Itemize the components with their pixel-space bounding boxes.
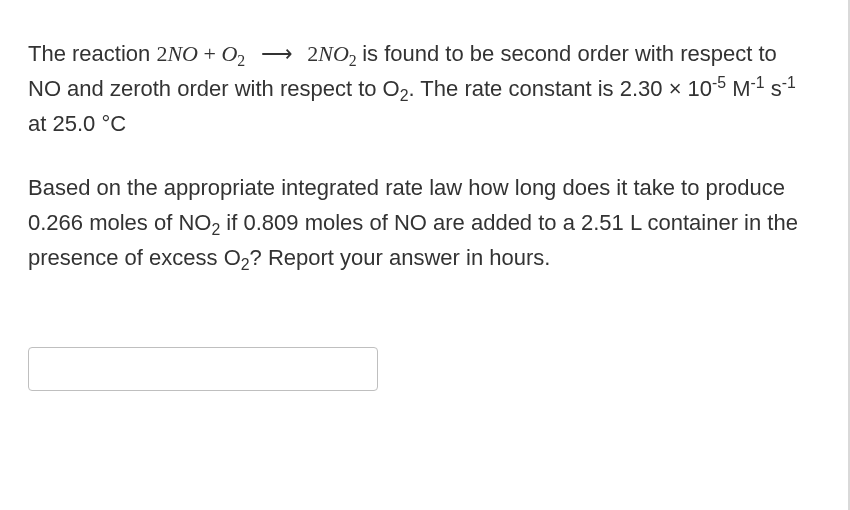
coef-2-rhs: 2 [307, 41, 318, 66]
question-card: The reaction 2NO + O2 ⟶ 2NO2 is found to… [0, 0, 850, 510]
species-O: O [221, 41, 237, 66]
plus-sign: + [198, 41, 221, 66]
reaction-equation: 2NO + O2 ⟶ 2NO2 [156, 41, 362, 66]
superscript-s-neg1: -1 [782, 74, 796, 91]
superscript-M-neg1: -1 [751, 74, 765, 91]
unit-s: s [765, 76, 782, 101]
subscript-2-no2-q: 2 [211, 221, 220, 238]
paragraph-reaction: The reaction 2NO + O2 ⟶ 2NO2 is found to… [28, 36, 810, 142]
text-lead: The reaction [28, 41, 156, 66]
text-after-o2: . The rate constant is 2.30 × 10 [409, 76, 713, 101]
text-temp: at 25.0 °C [28, 111, 126, 136]
reaction-arrow-icon: ⟶ [251, 36, 302, 71]
subscript-2-o2-lhs: 2 [237, 52, 245, 69]
species-NO-lhs: NO [167, 41, 198, 66]
unit-M: M [726, 76, 750, 101]
subscript-2-o2-text: 2 [400, 88, 409, 105]
subscript-2-o2-q: 2 [241, 256, 250, 273]
paragraph-question: Based on the appropriate integrated rate… [28, 170, 810, 276]
species-NO-rhs: NO [318, 41, 349, 66]
coef-2-lhs: 2 [156, 41, 167, 66]
superscript-neg5: -5 [712, 74, 726, 91]
answer-input[interactable] [28, 347, 378, 391]
subscript-2-no2-rhs: 2 [349, 52, 357, 69]
text-q-c: ? Report your answer in hours. [250, 245, 551, 270]
